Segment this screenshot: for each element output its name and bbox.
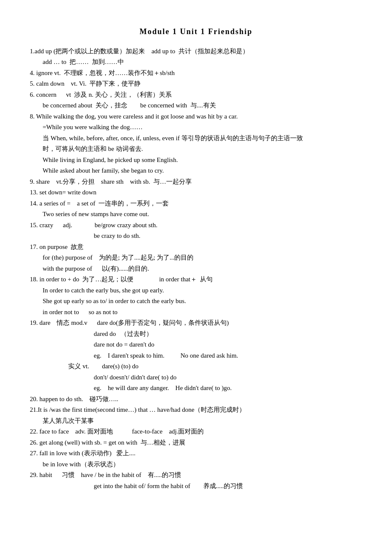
content-line: While asked about her family, she began … xyxy=(30,165,362,176)
content-line: for (the) purpose of 为的是; 为了....起见; 为了..… xyxy=(30,252,362,263)
content-line: eg. he will dare any danger. He didn't d… xyxy=(30,383,362,394)
content-line: 13. set down= write down xyxy=(30,187,362,198)
content-area: 1.add up (把两个或以上的数或量）加起来 add up to 共计（指加… xyxy=(30,46,362,492)
page-title: Module 1 Unit 1 Friendship xyxy=(30,26,362,38)
content-line: 某人第几次干某事 xyxy=(30,416,362,427)
content-line: 实义 vt. dare(s) (to) do xyxy=(30,361,362,372)
content-line: 29. habit 习惯 have / be in the habit of 有… xyxy=(30,470,362,481)
content-line: 5. calm down vt. Vi. 平静下来，使平静 xyxy=(30,78,362,90)
content-line: 18. in order to + do 为了…起见；以便 in order t… xyxy=(30,274,362,285)
content-line: get into the habit of/ form the habit of… xyxy=(30,481,362,492)
content-line: with the purpose of 以(有)......的目的. xyxy=(30,263,362,275)
content-line: in order not to so as not to xyxy=(30,307,362,318)
content-line: 9. share vt.分享，分担 share sth with sb. 与…一… xyxy=(30,176,362,188)
content-line: eg. I daren't speak to him. No one dared… xyxy=(30,350,362,361)
content-line: =While you were walking the dog…… xyxy=(30,122,362,133)
content-line: don't/ doesn't/ didn't dare( to) do xyxy=(30,372,362,383)
content-line: add … to 把…… 加到……中 xyxy=(30,57,362,68)
content-line: 15. crazy adj. be/grow crazy about sth. xyxy=(30,220,362,231)
content-line: be concerned about 关心，挂念 be concerned wi… xyxy=(30,100,362,111)
content-line: be crazy to do sth. xyxy=(30,231,362,242)
content-line: 8. While walking the dog, you were carel… xyxy=(30,111,362,122)
content-line: 当 When, while, before, after, once, if, … xyxy=(30,133,362,144)
content-line: 14. a series of = a set of 一连串的，一系列，一套 xyxy=(30,198,362,209)
content-line: 时，可将从句的主语和 be 动词省去. xyxy=(30,144,362,155)
content-line: 1.add up (把两个或以上的数或量）加起来 add up to 共计（指加… xyxy=(30,46,362,57)
content-line: 21.It is /was the first time(second time… xyxy=(30,405,362,416)
content-line: While living in England, he picked up so… xyxy=(30,155,362,166)
content-line: dare not do = daren't do xyxy=(30,339,362,350)
content-line: She got up early so as to/ in order to c… xyxy=(30,296,362,307)
content-line: be in love with（表示状态） xyxy=(30,459,362,470)
content-line: 26. get along (well) with sb. = get on w… xyxy=(30,437,362,448)
content-line: Two series of new stamps have come out. xyxy=(30,209,362,220)
content-line: 19. dare 情态 mod.v dare do(多用于否定句，疑问句，条件状… xyxy=(30,318,362,329)
content-line: 6. concern vt 涉及 n. 关心，关注，（利害）关系 xyxy=(30,90,362,101)
content-line: 17. on purpose 故意 xyxy=(30,242,362,253)
content-line: 4. ignore vt. 不理睬，忽视，对……装作不知＋sb/sth xyxy=(30,68,362,79)
content-line: 22. face to face adv. 面对面地 face-to-face … xyxy=(30,426,362,437)
content-line: dared do （过去时） xyxy=(30,329,362,340)
content-line: 27. fall in love with (表示动作) 爱上.... xyxy=(30,448,362,459)
content-line: 20. happen to do sth. 碰巧做….. xyxy=(30,394,362,405)
content-line: In order to catch the early bus, she got… xyxy=(30,285,362,296)
